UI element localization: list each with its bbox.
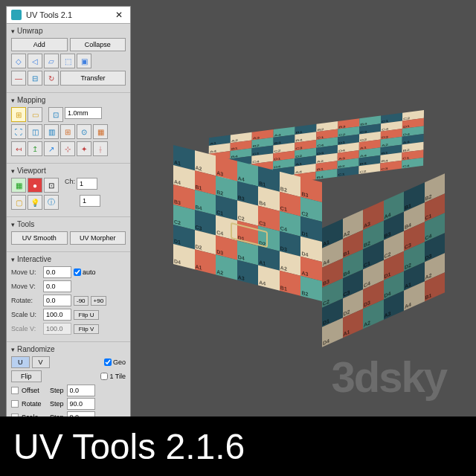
scale-v-input[interactable]	[43, 323, 71, 335]
z-axis-icon[interactable]: ↗	[44, 141, 59, 156]
mapping-section: Mapping ⊞ ▭ ⊡ ⛶ ◫ ▥ ⊞ ⊙ ▦ ↤ ↥ ↗ ⊹ ✦ ⟊	[7, 93, 130, 164]
move-v-input[interactable]	[43, 280, 71, 292]
sel-element-icon[interactable]: ⬚	[60, 54, 75, 68]
x-axis-icon[interactable]: ↤	[11, 141, 26, 156]
align-icon[interactable]: ◫	[28, 124, 42, 139]
rand-flip-button[interactable]: Flip	[11, 370, 42, 382]
watermark-text: 3dsky	[332, 352, 446, 402]
box-side-face: A1A2A3A4B1B2A4B1B2B3B4C1B3B4C1C2C3C4C2C3…	[322, 173, 445, 347]
scale-u-label: Scale U:	[11, 311, 41, 318]
offset-label: Offset	[22, 387, 47, 394]
normalize-icon[interactable]: ▥	[44, 124, 59, 139]
app-logo-icon	[11, 10, 22, 20]
move-u-input[interactable]	[43, 266, 71, 278]
window-title: UV Tools 2.1	[26, 10, 112, 19]
flip-u-button[interactable]: Flip U	[74, 310, 99, 320]
shaded-icon[interactable]: ●	[28, 178, 42, 193]
add-button[interactable]: Add	[11, 38, 68, 51]
offset-check[interactable]	[11, 387, 19, 394]
transfer-button[interactable]: Transfer	[60, 71, 126, 86]
checker-icon[interactable]: ▦	[11, 178, 26, 193]
rotate-label: Rotate:	[11, 297, 41, 304]
tools-header[interactable]: Tools	[11, 220, 126, 228]
scale-v-label: Scale V:	[11, 325, 41, 332]
light-icon[interactable]: 💡	[28, 195, 42, 210]
uv-morpher-button[interactable]: UV Morpher	[70, 231, 126, 245]
rotate-step-label: Step	[50, 400, 64, 408]
y-axis-icon[interactable]: ↥	[28, 141, 42, 156]
info-icon[interactable]: ⓘ	[44, 195, 59, 210]
tools-section: Tools UV Smooth UV Morpher	[7, 217, 130, 252]
unwrap-section: Unwrap Add Collapse ◇ ◁ ▱ ⬚ ▣ — ⊟ ↻ Tran…	[7, 24, 130, 93]
offset-step-input[interactable]	[67, 385, 95, 396]
rot-minus-90-button[interactable]: -90	[74, 296, 89, 306]
sel-object-icon[interactable]: ▣	[77, 54, 91, 68]
ch-label: Ch:	[65, 178, 75, 193]
rotate-check[interactable]	[11, 400, 19, 408]
interactive-header[interactable]: Interactive	[11, 255, 126, 263]
view-icon[interactable]: ▦	[93, 124, 108, 139]
real-world-icon[interactable]: ⊡	[48, 107, 63, 122]
footer-title: UV Tools 2.1.6	[13, 426, 245, 467]
sel-face-icon[interactable]: ▱	[44, 54, 59, 68]
interactive-section: Interactive Move U: auto Move V: Rotate:…	[7, 252, 130, 342]
footer-banner: UV Tools 2.1.6	[0, 416, 476, 476]
size-input[interactable]	[65, 107, 102, 119]
collapse-button[interactable]: Collapse	[70, 38, 126, 51]
rand-u-button[interactable]: U	[11, 356, 30, 368]
seam-icon[interactable]: —	[11, 71, 26, 86]
flip-v-button[interactable]: Flip V	[74, 324, 99, 334]
randomize-header[interactable]: Randomize	[11, 345, 126, 353]
unwrap-header[interactable]: Unwrap	[11, 27, 126, 35]
sel-edge-icon[interactable]: ◁	[28, 54, 42, 68]
uv-tools-panel: UV Tools 2.1 ✕ Unwrap Add Collapse ◇ ◁ ▱…	[6, 6, 131, 430]
fit-icon[interactable]: ⛶	[11, 124, 26, 139]
rand-rotate-label: Rotate	[22, 400, 47, 408]
reset-icon[interactable]: ⊞	[60, 124, 75, 139]
planar-map-icon[interactable]: ▭	[28, 107, 42, 122]
uv-smooth-button[interactable]: UV Smooth	[11, 231, 68, 245]
avg-icon[interactable]: ⊹	[60, 141, 75, 156]
tile-checkbox[interactable]: 1 Tile	[100, 373, 126, 380]
seams-icon[interactable]: ▢	[11, 195, 26, 210]
box-map-icon[interactable]: ⊞	[11, 107, 26, 122]
close-button[interactable]: ✕	[112, 10, 126, 20]
scale-u-input[interactable]	[43, 309, 71, 321]
wire-icon[interactable]: ⊡	[44, 178, 59, 193]
sel-vertex-icon[interactable]: ◇	[11, 54, 26, 68]
mapping-header[interactable]: Mapping	[11, 96, 126, 104]
sub-input[interactable]	[80, 195, 100, 207]
transfer-icon[interactable]: ↻	[44, 71, 59, 86]
offset-step-label: Step	[50, 387, 64, 394]
move-u-label: Move U:	[11, 268, 41, 276]
channel-input[interactable]	[77, 178, 97, 190]
auto-checkbox[interactable]: auto	[74, 268, 96, 276]
titlebar[interactable]: UV Tools 2.1 ✕	[7, 7, 130, 24]
rot-plus-90-button[interactable]: +90	[91, 296, 107, 306]
rand-v-button[interactable]: V	[32, 356, 50, 368]
flatten-icon[interactable]: ⟊	[93, 141, 108, 156]
rotate-input[interactable]	[43, 295, 71, 306]
viewport-header[interactable]: Viewport	[11, 167, 126, 175]
move-v-label: Move V:	[11, 283, 41, 290]
quick-icon[interactable]: ✦	[77, 141, 91, 156]
rotate-step-input[interactable]	[67, 398, 95, 410]
geo-checkbox[interactable]: Geo	[104, 358, 126, 366]
grow-icon[interactable]: ⊟	[28, 71, 42, 86]
viewport-section: Viewport ▦ ● ⊡ Ch: ▢ 💡 ⓘ	[7, 164, 130, 217]
center-icon[interactable]: ⊙	[77, 124, 91, 139]
viewport-preview: A1A2A3A4B1B2B3B4C1C2A4B1B2B3B4C1C2C3C4D1…	[149, 45, 461, 357]
